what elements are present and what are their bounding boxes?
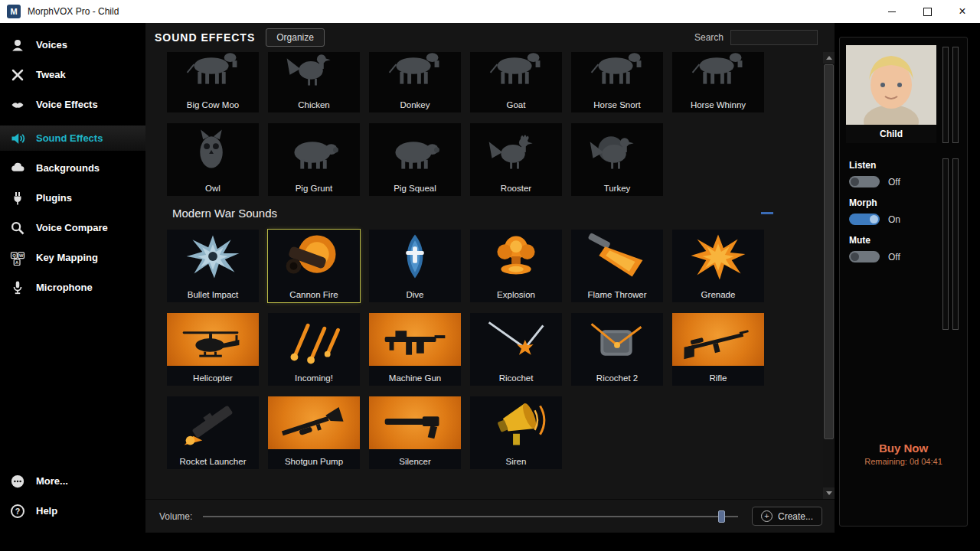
sound-tile-bullet-impact[interactable]: Bullet Impact	[167, 230, 259, 302]
sound-tile-big-cow-moo[interactable]: Big Cow Moo	[167, 52, 259, 112]
scroll-up-button[interactable]	[823, 52, 835, 64]
search-input[interactable]	[730, 30, 818, 45]
sidebar-item-label: Voice Compare	[36, 222, 108, 233]
sound-tile-label: Silencer	[369, 457, 461, 466]
volume-label: Volume:	[159, 511, 192, 522]
level-meter	[942, 47, 949, 143]
arrow-down-icon	[826, 491, 832, 495]
ricochet-2-icon	[571, 313, 663, 366]
sound-tile-pig-squeal[interactable]: Pig Squeal	[369, 123, 461, 196]
scroll-down-button[interactable]	[823, 487, 835, 499]
cannon-fire-icon	[268, 230, 360, 282]
mute-block: Mute Off	[849, 235, 939, 262]
sound-tile-label: Siren	[470, 457, 562, 466]
sidebar-item-microphone[interactable]: Microphone	[0, 275, 145, 300]
scrollbar-thumb[interactable]	[824, 64, 834, 439]
mute-state: Off	[888, 252, 900, 262]
sidebar-item-help[interactable]: ?Help	[0, 498, 145, 523]
voice-name: Child	[846, 125, 936, 143]
sound-tile-goat[interactable]: Goat	[470, 52, 562, 112]
sound-tile-label: Shotgun Pump	[268, 457, 360, 466]
minimize-button[interactable]	[874, 0, 910, 23]
maximize-icon	[923, 8, 932, 16]
svg-text:A: A	[15, 259, 18, 264]
lips-icon	[9, 96, 26, 113]
sound-tile-dive[interactable]: Dive	[369, 230, 461, 302]
cow-icon	[167, 52, 259, 93]
sound-tile-siren[interactable]: Siren	[470, 396, 562, 469]
mute-toggle[interactable]	[849, 251, 880, 262]
vertical-scrollbar[interactable]	[823, 52, 835, 499]
toggle-knob	[851, 178, 859, 186]
section-title: Modern War Sounds	[167, 207, 277, 220]
create-button[interactable]: + Create...	[752, 507, 822, 526]
sound-tile-silencer[interactable]: Silencer	[369, 396, 461, 469]
main-header: SOUND EFFECTS Organize Search	[145, 23, 835, 52]
sidebar-item-plugins[interactable]: Plugins	[0, 185, 145, 210]
trial-remaining: Remaining: 0d 04:41	[840, 457, 967, 466]
sidebar-item-voice-effects[interactable]: Voice Effects	[0, 92, 145, 117]
sidebar-item-tweak[interactable]: Tweak	[0, 62, 145, 87]
sound-tile-label: Incoming!	[268, 373, 360, 383]
volume-slider-thumb[interactable]	[718, 510, 725, 523]
morph-toggle[interactable]	[849, 214, 880, 225]
sound-tile-rooster[interactable]: Rooster	[470, 123, 562, 196]
sound-tile-cannon-fire[interactable]: Cannon Fire	[268, 230, 360, 302]
toggle-knob	[870, 215, 878, 223]
sidebar-item-sound-effects[interactable]: Sound Effects	[0, 126, 145, 151]
keys-icon: QWA	[9, 249, 26, 266]
sound-tile-label: Bullet Impact	[167, 290, 259, 299]
sidebar-item-label: Voice Effects	[36, 99, 98, 110]
listen-state: Off	[888, 177, 900, 187]
rifle-icon	[672, 313, 764, 366]
sidebar-item-voice-compare[interactable]: Voice Compare	[0, 215, 145, 240]
sidebar-item-key-mapping[interactable]: QWAKey Mapping	[0, 245, 145, 270]
level-meter	[952, 47, 959, 143]
sound-tile-label: Turkey	[571, 184, 663, 193]
sidebar-item-backgrounds[interactable]: Backgrounds	[0, 155, 145, 181]
sound-tile-owl[interactable]: Owl	[167, 123, 259, 196]
sidebar-item-voices[interactable]: Voices	[0, 32, 145, 57]
flame-thrower-icon	[571, 230, 663, 282]
sound-tile-horse-snort[interactable]: Horse Snort	[571, 52, 663, 112]
listen-block: Listen Off	[849, 160, 939, 187]
sound-tile-label: Rocket Launcher	[167, 457, 259, 466]
sound-tile-incoming[interactable]: Incoming!	[268, 313, 360, 386]
sidebar-item-more[interactable]: More...	[0, 468, 145, 494]
minimize-icon	[888, 11, 896, 12]
toggle-knob	[851, 253, 859, 261]
microphone-icon	[9, 279, 26, 296]
level-meters-top	[942, 47, 959, 143]
maximize-button[interactable]	[910, 0, 945, 23]
sound-tile-grenade[interactable]: Grenade	[672, 230, 764, 302]
bottom-bar: Volume: + Create...	[145, 499, 835, 533]
sound-tile-ricochet[interactable]: Ricochet	[470, 313, 562, 386]
svg-text:W: W	[19, 253, 24, 257]
sound-tile-ricochet-2[interactable]: Ricochet 2	[571, 313, 663, 386]
sound-tile-flame-thrower[interactable]: Flame Thrower	[571, 230, 663, 302]
close-button[interactable]: ×	[945, 0, 980, 23]
sound-tile-rocket-launcher[interactable]: Rocket Launcher	[167, 396, 259, 469]
sound-tile-donkey[interactable]: Donkey	[369, 52, 461, 112]
sidebar-item-label: Key Mapping	[36, 252, 98, 263]
sound-tile-label: Grenade	[672, 290, 764, 299]
buy-now-link[interactable]: Buy Now	[840, 442, 967, 455]
sound-tile-explosion[interactable]: Explosion	[470, 230, 562, 302]
sound-tile-horse-whinny[interactable]: Horse Whinny	[672, 52, 764, 112]
listen-toggle[interactable]	[849, 176, 880, 187]
organize-button[interactable]: Organize	[266, 28, 325, 47]
level-meters-side	[942, 158, 959, 330]
sound-tile-chicken[interactable]: Chicken	[268, 52, 360, 112]
sidebar-item-label: Plugins	[36, 192, 72, 204]
svg-text:Q: Q	[12, 253, 16, 257]
sound-tile-pig-grunt[interactable]: Pig Grunt	[268, 123, 360, 196]
sidebar-item-label: Sound Effects	[36, 132, 103, 144]
sound-tile-turkey[interactable]: Turkey	[571, 123, 663, 196]
sound-tile-helicopter[interactable]: Helicopter	[167, 313, 259, 386]
sound-tile-shotgun-pump[interactable]: Shotgun Pump	[268, 396, 360, 469]
sound-tile-rifle[interactable]: Rifle	[672, 313, 764, 386]
sound-tile-machine-gun[interactable]: Machine Gun	[369, 313, 461, 386]
volume-slider[interactable]	[203, 510, 738, 523]
explosion-icon	[470, 230, 562, 282]
sound-tile-label: Donkey	[369, 100, 461, 109]
